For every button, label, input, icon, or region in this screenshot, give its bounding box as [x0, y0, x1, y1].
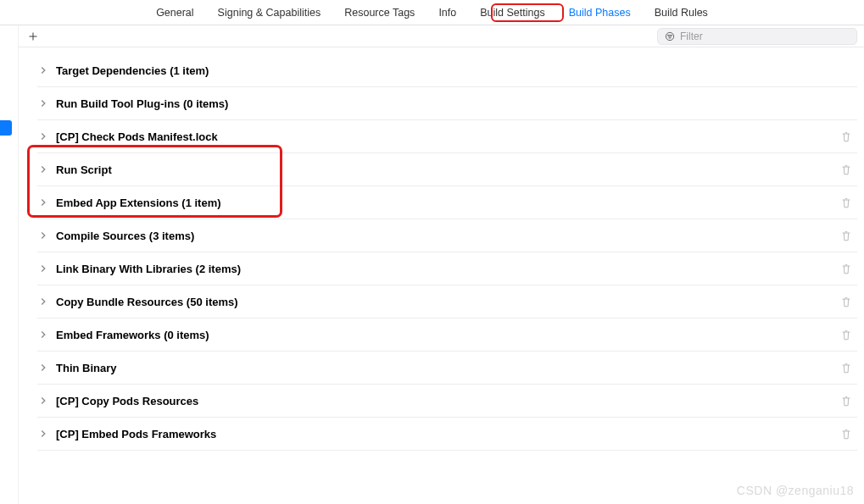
filter-field-wrap[interactable] — [657, 28, 857, 45]
chevron-right-icon[interactable] — [37, 230, 49, 241]
tab-label: General — [156, 7, 193, 19]
tab-resource-tags[interactable]: Resource Tags — [332, 3, 426, 23]
phase-label: [CP] Check Pods Manifest.lock — [56, 130, 840, 143]
chevron-right-icon[interactable] — [37, 296, 49, 307]
tab-label: Build Settings — [480, 7, 544, 19]
phase-label: [CP] Embed Pods Frameworks — [56, 428, 840, 440]
phase-row[interactable]: [CP] Embed Pods Frameworks — [37, 418, 857, 451]
selection-indicator — [0, 120, 12, 136]
phases-toolbar — [19, 25, 864, 47]
trash-icon[interactable] — [840, 362, 852, 374]
tab-general[interactable]: General — [144, 3, 205, 23]
phase-label: [CP] Copy Pods Resources — [56, 395, 840, 407]
trash-icon[interactable] — [840, 163, 852, 176]
chevron-right-icon[interactable] — [37, 329, 49, 341]
plus-icon — [28, 31, 38, 42]
phase-row[interactable]: Run Script — [37, 153, 857, 186]
trash-icon[interactable] — [840, 395, 852, 407]
tab-label: Build Rules — [655, 7, 708, 19]
phase-label: Link Binary With Libraries (2 items) — [56, 263, 840, 275]
chevron-right-icon[interactable] — [37, 395, 49, 407]
tab-label: Signing & Capabilities — [218, 7, 321, 19]
phase-label: Embed Frameworks (0 items) — [56, 329, 840, 341]
tab-build-phases[interactable]: Build Phases — [557, 3, 643, 23]
trash-icon[interactable] — [840, 130, 852, 143]
left-rail — [0, 25, 19, 504]
chevron-right-icon[interactable] — [37, 64, 49, 76]
phase-label: Thin Binary — [56, 362, 840, 374]
content-area: Target Dependencies (1 item) Run Build T… — [19, 25, 864, 504]
filter-input[interactable] — [680, 30, 850, 42]
chevron-right-icon[interactable] — [37, 163, 49, 175]
chevron-right-icon[interactable] — [37, 197, 49, 208]
phase-row[interactable]: Thin Binary — [37, 352, 857, 385]
editor-tabbar: General Signing & Capabilities Resource … — [0, 0, 864, 25]
phase-label: Copy Bundle Resources (50 items) — [56, 296, 840, 308]
trash-icon[interactable] — [840, 197, 852, 209]
phase-row[interactable]: Embed Frameworks (0 items) — [37, 318, 857, 352]
tab-label: Resource Tags — [344, 7, 415, 19]
tab-info[interactable]: Info — [426, 3, 468, 23]
phase-row[interactable]: [CP] Copy Pods Resources — [37, 385, 857, 418]
phase-row[interactable]: [CP] Check Pods Manifest.lock — [37, 120, 857, 153]
tab-signing[interactable]: Signing & Capabilities — [206, 3, 333, 23]
chevron-right-icon[interactable] — [37, 362, 49, 374]
trash-icon[interactable] — [840, 428, 852, 440]
tab-label: Build Phases — [569, 7, 631, 19]
chevron-right-icon[interactable] — [37, 130, 49, 142]
chevron-right-icon[interactable] — [37, 428, 49, 440]
tab-build-rules[interactable]: Build Rules — [643, 3, 720, 23]
phase-label: Target Dependencies (1 item) — [56, 64, 840, 77]
tab-label: Info — [438, 7, 456, 19]
add-phase-button[interactable] — [25, 29, 41, 44]
trash-icon[interactable] — [840, 296, 852, 308]
phase-row[interactable]: Target Dependencies (1 item) — [37, 54, 857, 87]
phase-label: Embed App Extensions (1 item) — [56, 197, 840, 209]
phase-label: Run Build Tool Plug-ins (0 items) — [56, 97, 840, 110]
phases-list: Target Dependencies (1 item) Run Build T… — [19, 54, 864, 451]
phase-row[interactable]: Copy Bundle Resources (50 items) — [37, 285, 857, 318]
trash-icon[interactable] — [840, 230, 852, 242]
filter-icon — [665, 31, 675, 42]
trash-icon[interactable] — [840, 329, 852, 341]
phase-row[interactable]: Run Build Tool Plug-ins (0 items) — [37, 87, 857, 120]
phase-label: Run Script — [56, 163, 840, 176]
phase-row[interactable]: Embed App Extensions (1 item) — [37, 186, 857, 219]
phase-label: Compile Sources (3 items) — [56, 230, 840, 242]
phase-row[interactable]: Compile Sources (3 items) — [37, 219, 857, 252]
chevron-right-icon[interactable] — [37, 97, 49, 109]
chevron-right-icon[interactable] — [37, 263, 49, 274]
tab-build-settings[interactable]: Build Settings — [468, 3, 556, 23]
phase-row[interactable]: Link Binary With Libraries (2 items) — [37, 252, 857, 285]
trash-icon[interactable] — [840, 263, 852, 275]
